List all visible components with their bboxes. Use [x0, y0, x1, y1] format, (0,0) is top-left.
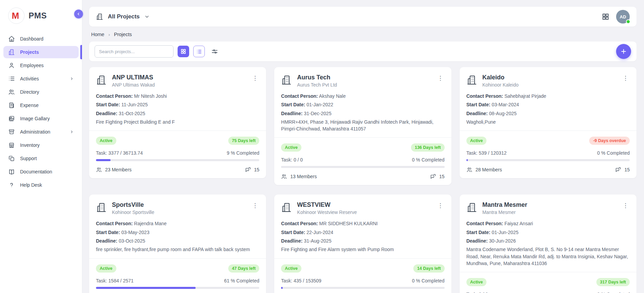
project-card[interactable]: Kaleido Kohinoor Kaleido ⋮ Contact Perso…	[460, 67, 637, 178]
building-icon	[8, 49, 15, 56]
comments-count[interactable]: 15	[430, 173, 445, 180]
sidebar-item-documentation[interactable]: Documentation	[3, 166, 79, 178]
field-label: Deadline:	[281, 238, 302, 244]
building-icon	[96, 202, 107, 213]
status-badge: Active	[96, 137, 116, 145]
user-avatar[interactable]: AD	[616, 10, 630, 24]
project-card[interactable]: ANP ULTIMAS ANP Ultimas Wakad ⋮ Contact …	[89, 67, 266, 178]
card-menu-button[interactable]: ⋮	[621, 74, 630, 82]
deadline-value: 31-Oct-2025	[119, 111, 145, 116]
sidebar-item-support[interactable]: Support	[3, 152, 79, 165]
chevron-right-icon	[70, 130, 74, 134]
contact-person-value: Rajendra Mane	[134, 221, 167, 226]
app-title: PMS	[29, 11, 47, 20]
start-date-value: 03-May-2023	[121, 230, 150, 235]
field-label: Contact Person:	[96, 221, 133, 226]
days-badge: 14 Days left	[413, 264, 444, 273]
apps-grid-icon[interactable]	[602, 13, 609, 20]
card-menu-button[interactable]: ⋮	[251, 74, 259, 82]
building-icon	[466, 202, 477, 213]
completed-percent: 0 % Completed	[412, 157, 445, 163]
sidebar-collapse-button[interactable]	[74, 10, 83, 18]
sidebar-item-help-desk[interactable]: Help Desk	[3, 179, 79, 191]
deadline-value: 08-Aug-2025	[489, 111, 517, 116]
sidebar-item-administration[interactable]: Administration	[3, 126, 79, 138]
project-subtitle: Kohinoor Westview Reserve	[297, 210, 431, 215]
field-label: Start Date:	[466, 230, 491, 235]
main-content: All Projects AD Home › Projects	[82, 0, 644, 293]
logo-mark: : M	[8, 7, 24, 24]
card-menu-button[interactable]: ⋮	[436, 201, 445, 210]
sidebar-item-label: Documentation	[20, 169, 52, 174]
breadcrumb-separator: ›	[109, 32, 110, 37]
project-switcher[interactable]: All Projects	[96, 13, 150, 20]
contact-person-value: Faiyaz Ansari	[505, 221, 533, 226]
sidebar-item-label: Employees	[20, 63, 44, 68]
divider	[89, 130, 266, 131]
completed-percent: 61 % Completed	[224, 278, 260, 283]
field-label: Contact Person:	[96, 93, 133, 99]
project-description: Fire Fighting Project Building E and F	[96, 119, 259, 125]
person-icon	[8, 62, 15, 69]
project-subtitle: ANP Ultimas Wakad	[112, 82, 246, 88]
start-date-value: 01-Jun-2025	[492, 230, 518, 235]
sidebar-item-label: Directory	[20, 89, 39, 95]
field-label: Start Date:	[96, 230, 120, 235]
sidebar-item-directory[interactable]: Directory	[3, 86, 79, 98]
field-label: Contact Person:	[281, 221, 318, 226]
building-icon	[466, 75, 477, 86]
project-description: Fire Fighting and Fire Alarm system with…	[281, 246, 444, 253]
sidebar-item-image-gallery[interactable]: Image Gallary	[3, 112, 79, 125]
book-icon	[8, 168, 15, 175]
grid-view-button[interactable]	[178, 46, 189, 57]
contact-person-value: Akshay Nale	[319, 93, 346, 99]
card-menu-button[interactable]: ⋮	[436, 74, 445, 82]
add-project-button[interactable]	[616, 44, 631, 59]
sidebar-item-expense[interactable]: Expense	[3, 99, 79, 111]
search-input[interactable]	[95, 45, 174, 58]
copy-icon	[8, 155, 15, 162]
breadcrumb-home[interactable]: Home	[91, 32, 104, 37]
sidebar-item-dashboard[interactable]: Dashboard	[3, 33, 79, 45]
card-menu-button[interactable]: ⋮	[621, 201, 630, 210]
members-count: 13 Members	[281, 173, 317, 180]
deadline-value: 03-Oct-2025	[119, 238, 145, 244]
building-icon	[96, 13, 103, 20]
members-count: 28 Members	[466, 167, 502, 173]
project-card[interactable]: Aurus Tech Aurus Tech Pvt Ltd ⋮ Contact …	[274, 67, 451, 185]
sidebar-item-label: Inventory	[20, 142, 40, 148]
days-badge: 47 Days left	[228, 264, 259, 273]
project-card[interactable]: SportsVille Kohinoor Sportsville ⋮ Conta…	[89, 195, 266, 293]
sidebar-item-projects[interactable]: Projects	[3, 46, 79, 58]
list-view-icon	[196, 49, 202, 55]
field-label: Start Date:	[96, 102, 120, 107]
comments-count[interactable]: 15	[245, 167, 260, 173]
sidebar-item-inventory[interactable]: Inventory	[3, 139, 79, 151]
project-title: Mantra Mesmer	[482, 201, 616, 209]
status-badge: Active	[466, 137, 487, 145]
divider	[274, 137, 451, 138]
status-badge: Active	[96, 264, 116, 273]
plus-icon	[620, 48, 627, 55]
project-card[interactable]: Mantra Mesmer Mantra Mesmer ⋮ Contact Pe…	[460, 195, 637, 293]
filter-button[interactable]	[209, 46, 220, 57]
sidebar-item-label: Image Gallary	[20, 116, 50, 121]
comments-count[interactable]: 15	[615, 167, 630, 173]
receipt-icon	[8, 102, 15, 109]
project-title: WESTVIEW	[297, 201, 431, 209]
question-icon	[8, 182, 15, 188]
home-icon	[8, 35, 15, 42]
contact-person-value: Mr Nitesh Joshi	[134, 93, 167, 99]
list-view-button[interactable]	[193, 46, 205, 57]
field-label: Contact Person:	[466, 221, 503, 226]
chat-icon	[615, 167, 621, 173]
project-description: HMRR+4XH, Phase 3, Hinjawadi Rajiv Gandh…	[281, 119, 444, 133]
project-card[interactable]: WESTVIEW Kohinoor Westview Reserve ⋮ Con…	[274, 195, 451, 293]
card-menu-button[interactable]: ⋮	[251, 201, 259, 210]
deadline-value: 30-Jun-2026	[489, 238, 516, 244]
sidebar-item-employees[interactable]: Employees	[3, 59, 79, 72]
sidebar-item-label: Expense	[20, 103, 38, 108]
sidebar-item-activities[interactable]: Activities	[3, 73, 79, 85]
top-header: All Projects AD	[89, 7, 637, 27]
task-count: Task: 435 / 153509	[281, 278, 321, 283]
